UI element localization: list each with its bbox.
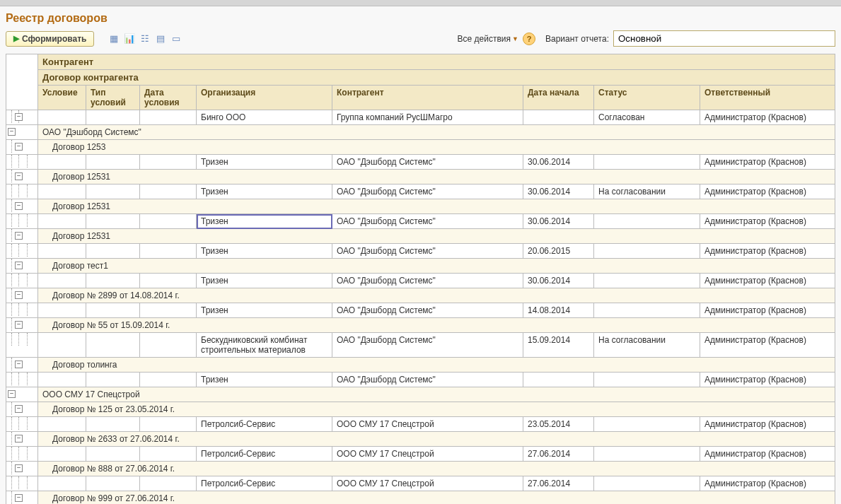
cell-start[interactable]: 27.06.2014 [523,476,594,491]
cell-status[interactable] [594,447,700,462]
all-actions-menu[interactable]: Все действия ▼ [458,34,518,44]
expand-toggle[interactable]: − [8,128,16,136]
cell-org[interactable]: Тризен [197,303,332,318]
group-row[interactable]: −Договор № 2633 от 27.06.2014 г. [6,432,835,447]
cell-status[interactable]: Согласован [594,110,700,125]
cell-resp[interactable]: Администратор (Краснов) [700,110,835,125]
expand-toggle[interactable]: − [15,232,23,240]
expand-toggle[interactable]: − [15,361,23,368]
group-label[interactable]: Договор № 55 от 15.09.2014 г. [38,318,835,333]
cell-status[interactable] [594,214,700,229]
data-row[interactable]: ТризенОАО "Дэшборд Системс"20.06.2015Адм… [6,244,835,259]
cell-kontr[interactable]: ОАО "Дэшборд Системс" [332,155,523,170]
group-label[interactable]: Договор № 125 от 23.05.2014 г. [38,402,835,417]
data-row[interactable]: ТризенОАО "Дэшборд Системс"14.08.2014Адм… [6,303,835,318]
group-label[interactable]: ОАО "Дэшборд Системс" [38,125,835,140]
cell-kontr[interactable]: ООО СМУ 17 Спецстрой [332,417,523,432]
group-label[interactable]: Договор № 2633 от 27.06.2014 г. [38,432,835,447]
cell-org[interactable]: Тризен [197,184,332,199]
cell-resp[interactable]: Администратор (Краснов) [700,333,835,358]
cell-status[interactable] [594,476,700,491]
data-row[interactable]: Петролсиб-СервисООО СМУ 17 Спецстрой27.0… [6,476,835,491]
cell-start[interactable] [523,373,594,387]
cell-status[interactable] [594,303,700,318]
cell-org[interactable]: Бинго ООО [197,110,332,125]
cell-start[interactable] [523,110,594,125]
group-row[interactable]: −Договор 1253 [6,140,835,155]
expand-toggle[interactable]: − [15,262,23,269]
expand-toggle[interactable]: − [15,435,23,443]
group-row[interactable]: −Договор № 2899 от 14.08.2014 г. [6,288,835,303]
cell-status[interactable] [594,373,700,387]
group-label[interactable]: Договор № 2899 от 14.08.2014 г. [38,288,835,303]
expand-toggle[interactable]: − [15,291,23,299]
cell-kontr[interactable]: Группа компаний РусШМагро [332,110,523,125]
header-resp[interactable]: Ответственный [700,86,835,110]
header-start[interactable]: Дата начала [523,86,594,110]
group-label[interactable]: Договор 1253 [38,140,835,155]
group-label[interactable]: ООО СМУ 17 Спецстрой [38,387,835,402]
group-row[interactable]: −Договор 12531 [6,170,835,184]
group-label[interactable]: Договор № 999 от 27.06.2014 г. [38,491,835,505]
cell-resp[interactable]: Администратор (Краснов) [700,373,835,387]
group-row[interactable]: −Договор 12531 [6,199,835,214]
expand-toggle[interactable]: − [15,405,23,413]
cell-kontr[interactable]: ОАО "Дэшборд Системс" [332,274,523,288]
list-icon[interactable]: ☷ [139,33,151,45]
cell-resp[interactable]: Администратор (Краснов) [700,184,835,199]
group-label[interactable]: Договор тест1 [38,259,835,274]
cell-kontr[interactable]: ОАО "Дэшборд Системс" [332,303,523,318]
header-data-usl[interactable]: Дата условия [140,86,197,110]
header-kontr[interactable]: Контрагент [332,86,523,110]
calendar-icon[interactable]: ▤ [155,33,166,45]
cell-start[interactable]: 27.06.2014 [523,447,594,462]
expand-toggle[interactable]: − [15,202,23,210]
cell-start[interactable]: 23.05.2014 [523,417,594,432]
cell-kontr[interactable]: ОАО "Дэшборд Системс" [332,333,523,358]
expand-toggle[interactable]: − [15,143,23,151]
cell-kontr[interactable]: ОАО "Дэшборд Системс" [332,244,523,259]
data-row[interactable]: ТризенОАО "Дэшборд Системс"30.06.2014Адм… [6,274,835,288]
cell-start[interactable]: 30.06.2014 [523,155,594,170]
cell-kontr[interactable]: ОАО "Дэшборд Системс" [332,373,523,387]
cell-resp[interactable]: Администратор (Краснов) [700,274,835,288]
group-row[interactable]: −Договор тест1 [6,259,835,274]
group-row[interactable]: −Договор № 125 от 23.05.2014 г. [6,402,835,417]
data-row[interactable]: −Бинго ОООГруппа компаний РусШМагроСогла… [6,110,835,125]
cell-start[interactable]: 30.06.2014 [523,184,594,199]
cell-org[interactable]: Петролсиб-Сервис [197,476,332,491]
cell-start[interactable]: 14.08.2014 [523,303,594,318]
cell-start[interactable]: 15.09.2014 [523,333,594,358]
group-row[interactable]: −Договор 12531 [6,229,835,244]
expand-toggle[interactable]: − [8,390,16,398]
cell-resp[interactable]: Администратор (Краснов) [700,214,835,229]
header-tip[interactable]: Тип условий [86,86,140,110]
cell-kontr[interactable]: ООО СМУ 17 Спецстрой [332,447,523,462]
group-label[interactable]: Договор толинга [38,358,835,373]
group-row[interactable]: −Договор № 55 от 15.09.2014 г. [6,318,835,333]
cell-status[interactable]: На согласовании [594,184,700,199]
cell-status[interactable] [594,155,700,170]
cell-org[interactable]: Петролсиб-Сервис [197,417,332,432]
expand-toggle[interactable]: − [15,321,23,329]
cell-resp[interactable]: Администратор (Краснов) [700,303,835,318]
cell-status[interactable] [594,274,700,288]
table-icon[interactable]: ▦ [108,33,120,45]
document-icon[interactable]: ▭ [170,33,182,45]
data-row[interactable]: ТризенОАО "Дэшборд Системс"30.06.2014Адм… [6,155,835,170]
cell-status[interactable]: На согласовании [594,333,700,358]
cell-org[interactable]: Тризен [197,214,332,229]
cell-start[interactable]: 20.06.2015 [523,244,594,259]
cell-org[interactable]: Петролсиб-Сервис [197,447,332,462]
data-row[interactable]: ТризенОАО "Дэшборд Системс"Администратор… [6,373,835,387]
cell-org[interactable]: Бескудниковский комбинат строительных ма… [197,333,332,358]
chart-icon[interactable]: 📊 [124,33,135,45]
group-row[interactable]: −ООО СМУ 17 Спецстрой [6,387,835,402]
cell-resp[interactable]: Администратор (Краснов) [700,476,835,491]
data-row[interactable]: Петролсиб-СервисООО СМУ 17 Спецстрой27.0… [6,447,835,462]
cell-org[interactable]: Тризен [197,373,332,387]
header-org[interactable]: Организация [197,86,332,110]
cell-resp[interactable]: Администратор (Краснов) [700,244,835,259]
data-row[interactable]: Петролсиб-СервисООО СМУ 17 Спецстрой23.0… [6,417,835,432]
cell-status[interactable] [594,244,700,259]
